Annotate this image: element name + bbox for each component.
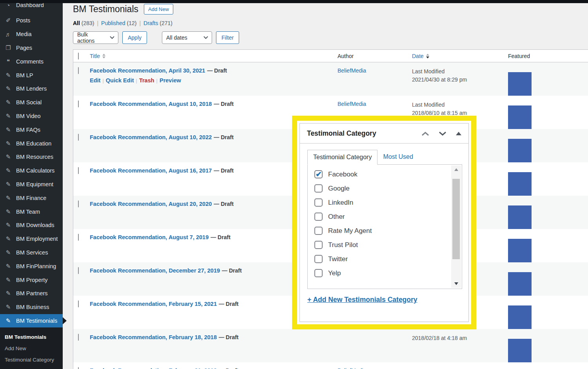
- sidebar-item[interactable]: ✎ BM Finance: [0, 191, 63, 205]
- scrollbar-thumb[interactable]: [452, 179, 460, 259]
- post-title-link[interactable]: Facebook Recommendation, August 20, 2020: [90, 201, 212, 207]
- sidebar-item[interactable]: ✎ BM FinPlanning: [0, 259, 63, 273]
- sidebar-item[interactable]: ✎ BM Services: [0, 246, 63, 260]
- row-checkbox[interactable]: [78, 334, 79, 341]
- scrollbar[interactable]: [451, 165, 461, 288]
- edit-link[interactable]: Edit: [90, 77, 100, 84]
- sidebar-item[interactable]: ✎ BM Social: [0, 96, 63, 109]
- category-checkbox[interactable]: ✔: [314, 227, 323, 235]
- row-checkbox[interactable]: [78, 267, 79, 274]
- row-checkbox[interactable]: [78, 367, 79, 369]
- move-down-icon[interactable]: [439, 131, 446, 136]
- row-checkbox[interactable]: [78, 200, 79, 207]
- sidebar-item[interactable]: ✎ BM Equipment: [0, 178, 63, 191]
- sort-arrows-icon: [102, 54, 105, 58]
- row-checkbox[interactable]: [78, 300, 79, 307]
- dates-filter-select[interactable]: All dates: [162, 31, 212, 44]
- featured-image-thumbnail[interactable]: [508, 239, 532, 262]
- category-checkbox[interactable]: ✔: [314, 255, 323, 263]
- sidebar-item[interactable]: ✎ BM Calculators: [0, 164, 63, 178]
- filter-published[interactable]: Published (12): [101, 20, 136, 26]
- sidebar-item[interactable]: ♬ Media: [0, 27, 63, 41]
- collapse-toggle-icon[interactable]: [456, 132, 461, 135]
- bulk-actions-select[interactable]: Bulk actions: [73, 31, 118, 44]
- quick-edit-link[interactable]: Quick Edit: [106, 77, 134, 84]
- apply-button[interactable]: Apply: [122, 31, 147, 44]
- post-title-link[interactable]: Facebook Recommendation, August 7, 2019: [90, 234, 209, 240]
- featured-image-thumbnail[interactable]: [508, 172, 532, 196]
- featured-image-thumbnail[interactable]: [508, 105, 532, 129]
- category-item: ✔ Facebook: [314, 170, 446, 178]
- sidebar-item[interactable]: ❝ Comments: [0, 55, 63, 68]
- featured-image-thumbnail[interactable]: [508, 339, 532, 362]
- post-title-link[interactable]: Facebook Recommendation, April 30, 2021: [90, 67, 205, 74]
- category-checkbox[interactable]: ✔: [314, 269, 323, 277]
- post-title-link[interactable]: Facebook Recommendation, December 27, 20…: [90, 267, 220, 274]
- column-title[interactable]: Title: [90, 53, 338, 59]
- category-checkbox[interactable]: ✔: [314, 170, 323, 178]
- sidebar-item-label: BM Equipment: [16, 181, 53, 187]
- sidebar-item[interactable]: ✎ BM Business: [0, 300, 63, 314]
- move-up-icon[interactable]: [421, 131, 429, 136]
- tab-most-used[interactable]: Most Used: [377, 150, 418, 164]
- post-title-link[interactable]: Facebook Recommendation, August 10, 2018: [90, 101, 212, 107]
- sidebar-item[interactable]: ✎ BM LP: [0, 68, 63, 82]
- category-item: ✔ Twitter: [314, 255, 446, 263]
- author-link[interactable]: BeliefMedia: [338, 101, 366, 107]
- featured-image-thumbnail[interactable]: [508, 205, 532, 229]
- post-title-link[interactable]: Facebook Recommendation, February 21, 20…: [90, 367, 217, 369]
- category-checkbox[interactable]: ✔: [314, 198, 323, 207]
- row-checkbox[interactable]: [78, 234, 79, 241]
- sidebar-item[interactable]: ✎ BM Education: [0, 136, 63, 150]
- sidebar-item[interactable]: ✎ BM Video: [0, 109, 63, 123]
- author-link[interactable]: BeliefMedia: [338, 67, 366, 74]
- post-title-link[interactable]: Facebook Recommendation, February 15, 20…: [90, 301, 217, 307]
- sidebar-item[interactable]: ✎ BM Employment: [0, 232, 63, 246]
- filter-all[interactable]: All (283): [73, 20, 94, 26]
- category-checkbox[interactable]: ✔: [314, 213, 323, 221]
- add-new-button[interactable]: Add New: [144, 4, 173, 15]
- post-title-link[interactable]: Facebook Recommendation, February 18, 20…: [90, 334, 217, 340]
- sidebar-item-label: BM Business: [16, 304, 49, 310]
- filter-drafts[interactable]: Drafts (271): [143, 20, 172, 26]
- author-link[interactable]: BeliefMedia: [338, 367, 366, 369]
- column-date[interactable]: Date: [412, 53, 508, 59]
- submenu-item[interactable]: Add New: [0, 343, 63, 354]
- filter-button[interactable]: Filter: [216, 31, 239, 44]
- featured-image-thumbnail[interactable]: [508, 72, 532, 96]
- row-checkbox[interactable]: [78, 100, 79, 107]
- sidebar-item[interactable]: ✎ BM Property: [0, 273, 63, 287]
- category-checkbox[interactable]: ✔: [314, 241, 323, 249]
- row-checkbox[interactable]: [78, 134, 79, 141]
- post-title-link[interactable]: Facebook Recommendation, August 16, 2017: [90, 167, 212, 174]
- category-label: Facebook: [328, 171, 358, 178]
- post-title-link[interactable]: Facebook Recommendation, August 10, 2022: [90, 134, 212, 140]
- sidebar-item[interactable]: ✎ BM Lenders: [0, 82, 63, 96]
- row-checkbox[interactable]: [78, 67, 79, 74]
- add-new-category-link[interactable]: + Add New Testimonials Category: [307, 296, 417, 304]
- pencil-square-icon: ✎: [4, 167, 13, 174]
- featured-image-thumbnail[interactable]: [508, 305, 532, 329]
- sidebar-item[interactable]: ✐ Posts: [0, 14, 63, 27]
- category-checkbox[interactable]: ✔: [314, 184, 323, 193]
- preview-link[interactable]: Preview: [160, 77, 181, 84]
- sidebar-item[interactable]: ✎ BM Team: [0, 205, 63, 218]
- trash-link[interactable]: Trash: [139, 77, 154, 84]
- category-item: ✔ Rate My Agent: [314, 227, 446, 235]
- sidebar-item[interactable]: ✎ BM Downloads: [0, 218, 63, 232]
- submenu-item[interactable]: BM Testimonials: [0, 331, 63, 343]
- submenu-item[interactable]: Testimonial Category: [0, 354, 63, 365]
- select-all-checkbox[interactable]: [78, 53, 79, 60]
- sidebar-item[interactable]: ✎ BM Testimonials: [0, 314, 63, 328]
- sidebar-item[interactable]: ✎ BM Partners: [0, 287, 63, 300]
- row-checkbox[interactable]: [78, 167, 79, 174]
- sidebar-item[interactable]: ✎ BM Resources: [0, 150, 63, 164]
- featured-image-thumbnail[interactable]: [508, 272, 532, 296]
- tab-testimonial-category[interactable]: Testimonial Category: [307, 150, 377, 165]
- sidebar-submenu: BM Testimonials Add New Testimonial Cate…: [0, 327, 63, 369]
- sidebar-item[interactable]: ❐ Pages: [0, 41, 63, 55]
- highlight-annotation: Testimonial Category Testimonial Categor…: [292, 116, 476, 329]
- sidebar-item[interactable]: ✎ BM FAQs: [0, 123, 63, 136]
- featured-image-thumbnail[interactable]: [508, 139, 532, 162]
- scroll-up-icon[interactable]: [451, 165, 461, 174]
